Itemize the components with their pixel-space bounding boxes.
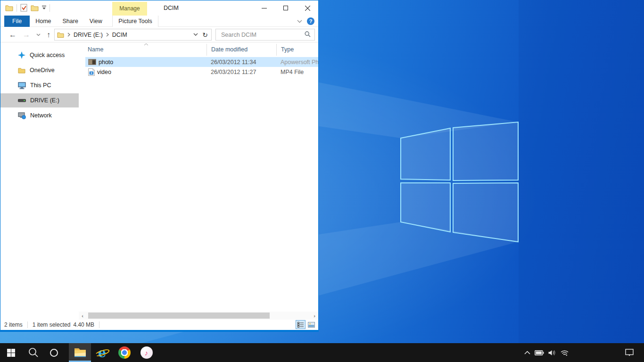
up-button[interactable]: ↑ (47, 31, 50, 39)
taskbar-chrome-button[interactable] (113, 343, 135, 362)
details-view-button[interactable] (296, 320, 305, 329)
file-row-photo[interactable]: photo 26/03/2012 11:34 Apowersoft Pho (85, 57, 318, 67)
items-count: 2 items (4, 321, 23, 328)
sidebar-item-label: DRIVE (E:) (30, 97, 59, 104)
sidebar-item-drive-e[interactable]: DRIVE (E:) (0, 93, 79, 107)
expand-ribbon-chevron-icon[interactable] (297, 20, 302, 23)
minimize-icon (262, 6, 267, 11)
new-folder-icon[interactable] (31, 4, 39, 11)
sidebar-item-label: Network (30, 112, 52, 119)
details-view-icon (297, 322, 304, 328)
sort-ascending-caret-icon (144, 43, 149, 46)
close-icon (305, 6, 310, 11)
maximize-button[interactable] (275, 0, 297, 16)
tab-picture-tools[interactable]: Picture Tools (112, 16, 158, 27)
wifi-icon[interactable] (561, 350, 569, 356)
onedrive-folder-icon (18, 67, 25, 74)
help-button[interactable]: ? (307, 17, 314, 25)
column-header-name[interactable]: Name (79, 44, 206, 56)
customize-toolbar-dropdown-icon[interactable] (42, 6, 46, 10)
file-date-modified: 26/03/2012 11:27 (206, 69, 276, 75)
selection-count: 1 item selected (33, 321, 71, 328)
large-icons-view-icon (308, 322, 315, 328)
scroll-left-arrow[interactable]: ‹ (79, 313, 86, 319)
taskbar-internet-explorer-button[interactable]: e (91, 343, 113, 362)
status-separator (99, 321, 99, 328)
recent-locations-chevron-icon[interactable] (36, 33, 41, 36)
search-placeholder: Search DCIM (221, 32, 256, 38)
ribbon-tab-row: File Home Share View Picture Tools ? (0, 16, 318, 27)
taskbar-itunes-button[interactable]: ♪ (135, 343, 157, 362)
breadcrumb-segment-drive[interactable]: DRIVE (E:) (74, 32, 103, 38)
sidebar-item-onedrive[interactable]: OneDrive (0, 63, 79, 77)
scrollbar-track[interactable] (86, 312, 311, 320)
window-title: DCIM (164, 0, 179, 16)
refresh-icon[interactable]: ↻ (202, 31, 208, 39)
windows-start-icon (7, 349, 15, 357)
column-header-date-modified[interactable]: Date modified (206, 44, 276, 56)
address-bar-row: ← → ↑ DRIVE (E:) DCIM ↻ Search DCIM (0, 27, 318, 42)
taskbar-file-explorer-button[interactable] (69, 343, 91, 362)
close-button[interactable] (297, 0, 318, 16)
video-file-icon (88, 68, 95, 76)
address-dropdown-chevron-icon[interactable] (193, 33, 198, 36)
toolbar-separator (50, 4, 50, 12)
tray-chevron-up-icon[interactable] (524, 351, 530, 354)
file-list-area: Name Date modified Type photo 26/03/2012… (79, 42, 318, 320)
scroll-right-arrow[interactable]: › (311, 313, 318, 319)
cortana-button[interactable] (44, 343, 63, 362)
tab-view[interactable]: View (84, 16, 108, 27)
properties-check-icon[interactable] (20, 4, 27, 12)
breadcrumb-chevron-icon (67, 33, 70, 37)
column-header-type[interactable]: Type (276, 44, 318, 56)
address-breadcrumb[interactable]: DRIVE (E:) DCIM ↻ (54, 29, 212, 41)
sidebar-item-label: This PC (30, 82, 51, 89)
sidebar-item-network[interactable]: Network (0, 108, 79, 123)
file-date-modified: 26/03/2012 11:34 (206, 59, 276, 66)
file-type: MP4 File (276, 69, 318, 75)
breadcrumb-segment-folder[interactable]: DCIM (112, 32, 127, 38)
sidebar-item-label: OneDrive (30, 67, 55, 74)
search-icon (28, 347, 39, 358)
horizontal-scrollbar[interactable]: ‹ › (79, 312, 318, 320)
chrome-icon (118, 346, 131, 359)
back-button[interactable]: ← (9, 31, 17, 39)
file-explorer-icon (74, 347, 87, 358)
taskbar-search-button[interactable] (22, 343, 44, 362)
file-type: Apowersoft Pho (276, 59, 318, 66)
folder-icon[interactable] (5, 4, 13, 11)
contextual-tab-group-manage[interactable]: Manage (112, 2, 147, 16)
drive-icon (18, 98, 26, 103)
action-center-icon (625, 349, 634, 356)
maximize-icon (283, 6, 288, 10)
tab-file[interactable]: File (4, 16, 30, 27)
search-icon[interactable] (305, 31, 311, 37)
battery-icon[interactable] (535, 350, 544, 355)
folder-icon (57, 32, 64, 38)
minimize-button[interactable] (253, 0, 275, 16)
tab-share[interactable]: Share (57, 16, 84, 27)
system-tray (524, 343, 569, 362)
quick-access-star-icon (18, 51, 25, 59)
scrollbar-thumb[interactable] (88, 313, 270, 319)
status-separator (27, 321, 28, 328)
search-input[interactable]: Search DCIM (215, 29, 315, 41)
main-area: Quick access OneDrive This PC DRIVE (E:)… (0, 42, 318, 320)
start-button[interactable] (0, 343, 22, 362)
file-rows: photo 26/03/2012 11:34 Apowersoft Pho vi… (85, 57, 318, 77)
sidebar-item-this-pc[interactable]: This PC (0, 78, 79, 92)
internet-explorer-icon: e (95, 346, 109, 359)
tab-home[interactable]: Home (30, 16, 57, 27)
network-icon (18, 112, 26, 119)
volume-icon[interactable] (548, 350, 556, 356)
photo-thumbnail-icon (88, 59, 96, 65)
sidebar-item-label: Quick access (30, 52, 65, 58)
action-center-button[interactable] (625, 343, 634, 362)
caption-buttons (253, 0, 318, 16)
file-row-video[interactable]: video 26/03/2012 11:27 MP4 File (85, 67, 318, 77)
cortana-icon (50, 349, 58, 357)
sidebar-item-quick-access[interactable]: Quick access (0, 48, 79, 62)
forward-button[interactable]: → (23, 31, 30, 39)
large-icons-view-button[interactable] (306, 320, 316, 329)
file-name: video (97, 69, 111, 75)
